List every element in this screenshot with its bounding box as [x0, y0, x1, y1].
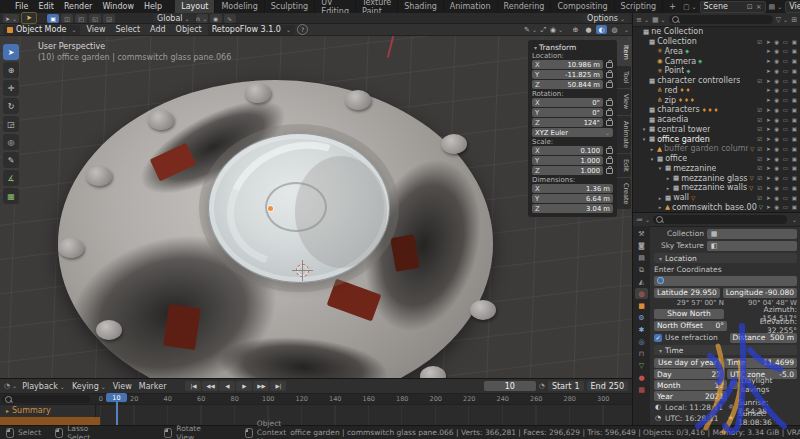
outliner-row-red[interactable]: ⋔red♦♦➤ ◉ ▭ ▣ [633, 86, 800, 96]
tab-physics-icon[interactable]: ◎ [635, 336, 648, 347]
channel-search-input[interactable] [2, 395, 90, 403]
outliner-row-mezzanine-glass[interactable]: ▸▦mezzanine glass▽☑ ➤ ◉ ▭ ▣ [633, 173, 800, 183]
outliner-row-zip[interactable]: ⋔zip♦♦♦➤ ◉ ▭ ▣ [633, 95, 800, 105]
view-layer-selector[interactable]: View Layer ⊡ × [785, 1, 800, 13]
prev-keyframe-button[interactable]: ◀◀ [202, 381, 218, 391]
month-field[interactable]: Month12 [654, 380, 727, 390]
filter-list-icon[interactable]: ≡⌄ [636, 16, 649, 24]
help-icon[interactable]: ? [297, 24, 308, 35]
current-frame-field[interactable]: 10 [484, 381, 536, 391]
tab-create[interactable]: Create [617, 178, 631, 210]
tab-object-icon[interactable]: ■ [635, 300, 648, 311]
tab-modeling[interactable]: Modeling [215, 0, 264, 13]
menu-file[interactable]: File [10, 2, 33, 11]
menu-add[interactable]: Add [146, 25, 170, 34]
north-offset-field[interactable]: North Offset0° [654, 321, 727, 331]
distance-field[interactable]: Distance500 m [730, 333, 798, 343]
select-mode-3-icon[interactable]: ◰ [75, 14, 87, 23]
lock-icon[interactable] [606, 110, 613, 116]
mode-dropdown[interactable]: Object Mode⌄ [3, 25, 80, 35]
year-field[interactable]: Year2021 [654, 391, 727, 401]
tab-modifiers-icon[interactable]: ⚙ [635, 312, 648, 323]
jump-to-end-button[interactable]: ▶| [270, 381, 286, 391]
menu-render[interactable]: Render [59, 2, 97, 11]
frame-start-field[interactable]: Start1 [548, 381, 584, 391]
select-tool-icon[interactable]: ➤ [21, 12, 37, 24]
tab-tool-icon[interactable]: ⚒ [635, 228, 648, 239]
outliner-row-collection[interactable]: ▦Collection☑ ➤ ◉ ▭ ▣ [633, 37, 800, 47]
dim-x-field[interactable]: X1.36 m [532, 184, 613, 193]
tab-view[interactable]: View [617, 89, 631, 114]
tab-texture-icon[interactable]: ▩ [635, 384, 648, 395]
scale-y-field[interactable]: Y1.000 [532, 156, 603, 165]
tab-rendering[interactable]: Rendering [498, 0, 552, 13]
options-chevron-icon[interactable]: ⌄ [792, 216, 797, 223]
tab-output-icon[interactable]: ▤ [635, 252, 648, 263]
outliner-row-mezzanine-walls[interactable]: ▸▦mezzanine walls▽☑ ➤ ◉ ▭ ▣ [633, 183, 800, 193]
lock-icon[interactable] [606, 100, 613, 106]
jump-to-start-button[interactable]: |◀ [185, 381, 201, 391]
orientation-dropdown[interactable]: Global⌄ [153, 14, 194, 23]
outliner-search-input[interactable] [669, 15, 773, 24]
menu-edit[interactable]: Edit [33, 2, 59, 11]
model-office-garden[interactable] [38, 38, 503, 378]
outliner-row-characters[interactable]: ▦characters♦♦♦☑ ➤ ◉ ▭ ▣ [633, 105, 800, 115]
new-collection-icon[interactable]: ⊞ [791, 16, 797, 24]
annotate-dropdown-icon[interactable]: ✎⌄ [525, 25, 536, 34]
editor-clock-icon[interactable]: ◔⌄ [4, 382, 17, 390]
select-mode-1-icon[interactable]: ▣ [47, 14, 59, 23]
properties-search-input[interactable] [653, 215, 787, 224]
scale-x-field[interactable]: X0.100 [532, 146, 603, 155]
filter-funnel-icon[interactable]: ▽⌄ [776, 16, 788, 24]
falloff-curve-icon[interactable]: ∿ [224, 14, 236, 23]
outliner-row-office[interactable]: ▾▦office☑ ➤ ◉ ▭ ▣ [633, 154, 800, 164]
summary-channel[interactable]: ▸Summary [0, 405, 95, 416]
3d-viewport[interactable]: User Perspective (10) office garden | co… [0, 36, 632, 378]
select-mode-4-icon[interactable]: ◱ [89, 14, 101, 23]
frame-end-field[interactable]: End250 [587, 381, 628, 391]
latitude-field[interactable]: Latitude29.950 [654, 288, 720, 298]
time-field[interactable]: Time11.4699 [724, 358, 797, 368]
glass-dome[interactable] [208, 133, 390, 283]
location-panel-header[interactable]: ▾Location [654, 253, 797, 263]
day-field[interactable]: Day27 [654, 369, 724, 379]
shading-wireframe-icon[interactable]: ⊕ [570, 25, 581, 34]
tab-scene-icon[interactable]: ◭ [635, 276, 648, 287]
tab-material-icon[interactable]: ● [635, 372, 648, 383]
add-workspace-button[interactable]: + [663, 0, 683, 13]
menu-select[interactable]: Select [111, 25, 144, 34]
select-mode-5-icon[interactable]: ◲ [103, 14, 115, 23]
move-tool[interactable]: ✛ [3, 80, 19, 96]
menu-help[interactable]: Help [139, 2, 167, 11]
lock-icon[interactable] [606, 158, 613, 164]
outliner-row-area[interactable]: ✳Area◈➤ ◉ ▭ ▣ [633, 47, 800, 57]
outliner-row-scene-collection[interactable]: ▦ne Collection [633, 27, 800, 37]
menu-object[interactable]: Object [172, 25, 206, 34]
longitude-field[interactable]: Longitude-90.080 [723, 288, 797, 298]
building-ring[interactable] [58, 80, 493, 378]
dim-z-field[interactable]: Z3.04 m [532, 204, 613, 213]
lock-icon[interactable] [606, 148, 613, 154]
sky-texture-field[interactable]: ◧ [707, 241, 797, 251]
tab-texture-paint[interactable]: Texture Paint [356, 0, 398, 13]
tab-render-icon[interactable]: ◙ [635, 240, 648, 251]
scale-tool[interactable]: ◲ [3, 116, 19, 132]
next-keyframe-button[interactable]: ▶▶ [253, 381, 269, 391]
use-refraction-checkbox[interactable]: ✓ [654, 334, 662, 342]
outliner-row-character-controllers[interactable]: ▦character controllers☑ ➤ ◉ ▭ ▣ [633, 76, 800, 86]
outliner-row-point[interactable]: ✳Point◈➤ ◉ ▭ ▣ [633, 66, 800, 76]
outliner-row-office-garden[interactable]: ▾▦office garden☑ ➤ ◉ ▭ ▣ [633, 134, 800, 144]
tab-tool[interactable]: Tool [617, 66, 631, 89]
outliner-row-acaedia[interactable]: ▦acaedia☑ ➤ ◉ ▭ ▣ [633, 115, 800, 125]
lock-icon[interactable] [606, 168, 613, 174]
shading-solid-icon[interactable]: ● [583, 25, 594, 34]
lock-icon[interactable] [606, 120, 613, 126]
menu-view[interactable]: View [111, 382, 134, 391]
display-mode-icon[interactable]: ▦⌄ [652, 16, 666, 24]
location-x-field[interactable]: X10.986 m [532, 60, 603, 69]
tab-scripting[interactable]: Scripting [615, 0, 664, 13]
lock-icon[interactable] [606, 72, 613, 78]
transform-tool[interactable]: ◎ [3, 134, 19, 150]
close-icon[interactable]: × [756, 3, 762, 11]
outliner-row-commswitch-base[interactable]: ▸▲commswitch base.005▽➤ ◉ ▭ ▣ [633, 203, 800, 213]
